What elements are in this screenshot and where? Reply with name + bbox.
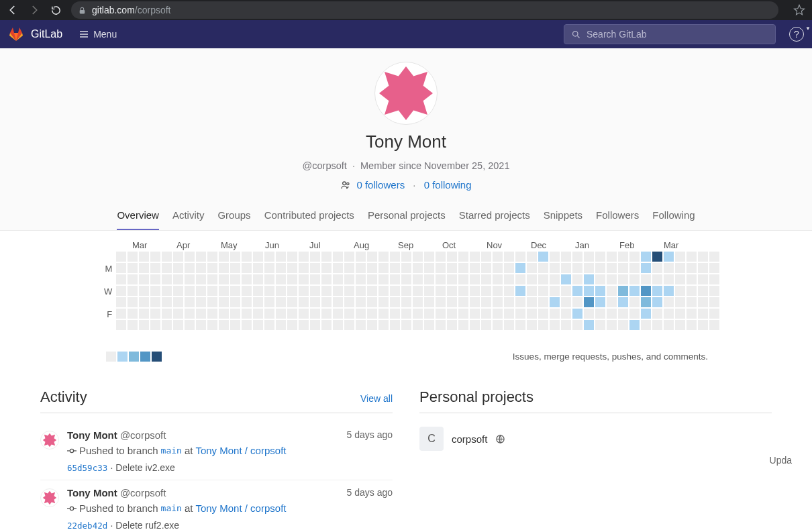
calendar-cell[interactable] (504, 309, 514, 319)
avatar[interactable] (374, 62, 438, 125)
calendar-cell[interactable] (333, 263, 343, 273)
calendar-cell[interactable] (687, 320, 697, 330)
calendar-cell[interactable] (310, 263, 320, 273)
calendar-cell[interactable] (607, 263, 617, 273)
calendar-cell[interactable] (378, 274, 389, 284)
calendar-cell[interactable] (401, 320, 411, 330)
calendar-cell[interactable] (709, 320, 719, 330)
calendar-cell[interactable] (698, 297, 708, 307)
calendar-cell[interactable] (150, 297, 160, 307)
calendar-cell[interactable] (139, 286, 149, 296)
calendar-cell[interactable] (401, 274, 411, 284)
calendar-cell[interactable] (527, 286, 537, 296)
calendar-cell[interactable] (527, 274, 537, 284)
calendar-cell[interactable] (481, 263, 491, 273)
calendar-cell[interactable] (173, 297, 183, 307)
calendar-cell[interactable] (242, 252, 252, 262)
calendar-cell[interactable] (333, 274, 343, 284)
calendar-cell[interactable] (664, 263, 674, 273)
calendar-cell[interactable] (572, 263, 582, 273)
calendar-cell[interactable] (390, 274, 400, 284)
calendar-cell[interactable] (493, 286, 503, 296)
calendar-cell[interactable] (196, 263, 206, 273)
calendar-cell[interactable] (219, 320, 229, 330)
calendar-cell[interactable] (242, 263, 252, 273)
calendar-cell[interactable] (299, 297, 309, 307)
calendar-cell[interactable] (333, 309, 343, 319)
calendar-cell[interactable] (561, 252, 571, 262)
calendar-cell[interactable] (607, 297, 617, 307)
calendar-cell[interactable] (116, 263, 126, 273)
calendar-cell[interactable] (641, 286, 651, 296)
calendar-cell[interactable] (652, 263, 662, 273)
calendar-cell[interactable] (687, 252, 697, 262)
calendar-cell[interactable] (447, 252, 457, 262)
calendar-cell[interactable] (196, 252, 206, 262)
calendar-cell[interactable] (321, 274, 332, 284)
activity-author[interactable]: Tony Mont (67, 429, 117, 441)
calendar-cell[interactable] (162, 274, 172, 284)
calendar-cell[interactable] (424, 297, 434, 307)
calendar-cell[interactable] (321, 286, 332, 296)
calendar-cell[interactable] (150, 320, 160, 330)
calendar-cell[interactable] (401, 263, 411, 273)
calendar-cell[interactable] (481, 320, 491, 330)
calendar-cell[interactable] (128, 274, 138, 284)
calendar-cell[interactable] (458, 252, 468, 262)
calendar-cell[interactable] (139, 320, 149, 330)
calendar-cell[interactable] (629, 252, 640, 262)
calendar-cell[interactable] (378, 320, 389, 330)
calendar-cell[interactable] (664, 320, 674, 330)
calendar-cell[interactable] (481, 297, 491, 307)
calendar-cell[interactable] (458, 320, 468, 330)
tab-contributed-projects[interactable]: Contributed projects (264, 200, 354, 230)
calendar-cell[interactable] (116, 320, 126, 330)
calendar-cell[interactable] (504, 297, 514, 307)
calendar-cell[interactable] (504, 263, 514, 273)
calendar-cell[interactable] (675, 309, 685, 319)
calendar-cell[interactable] (333, 252, 343, 262)
calendar-cell[interactable] (424, 286, 434, 296)
calendar-cell[interactable] (709, 286, 719, 296)
calendar-cell[interactable] (310, 274, 320, 284)
calendar-cell[interactable] (310, 309, 320, 319)
calendar-cell[interactable] (538, 274, 548, 284)
calendar-cell[interactable] (116, 297, 126, 307)
avatar[interactable] (40, 488, 59, 507)
tab-snippets[interactable]: Snippets (544, 200, 582, 230)
calendar-cell[interactable] (698, 320, 708, 330)
calendar-cell[interactable] (595, 320, 605, 330)
calendar-cell[interactable] (595, 263, 605, 273)
calendar-cell[interactable] (253, 320, 263, 330)
calendar-cell[interactable] (618, 274, 628, 284)
calendar-cell[interactable] (299, 263, 309, 273)
project-link[interactable]: Tony Mont / corpsoft (195, 502, 286, 514)
calendar-cell[interactable] (436, 274, 446, 284)
calendar-cell[interactable] (344, 274, 354, 284)
calendar-cell[interactable] (470, 309, 480, 319)
calendar-cell[interactable] (253, 274, 263, 284)
calendar-cell[interactable] (264, 274, 274, 284)
calendar-cell[interactable] (470, 320, 480, 330)
calendar-cell[interactable] (242, 320, 252, 330)
calendar-cell[interactable] (687, 297, 697, 307)
calendar-cell[interactable] (310, 286, 320, 296)
calendar-cell[interactable] (253, 252, 263, 262)
calendar-cell[interactable] (584, 274, 594, 284)
calendar-cell[interactable] (561, 263, 571, 273)
calendar-cell[interactable] (207, 274, 217, 284)
calendar-cell[interactable] (698, 252, 708, 262)
calendar-cell[interactable] (664, 252, 674, 262)
calendar-cell[interactable] (344, 252, 354, 262)
calendar-cell[interactable] (675, 286, 685, 296)
calendar-cell[interactable] (424, 252, 434, 262)
calendar-cell[interactable] (196, 309, 206, 319)
calendar-cell[interactable] (401, 286, 411, 296)
calendar-cell[interactable] (333, 297, 343, 307)
calendar-cell[interactable] (561, 274, 571, 284)
calendar-cell[interactable] (629, 297, 640, 307)
calendar-cell[interactable] (493, 297, 503, 307)
calendar-cell[interactable] (436, 286, 446, 296)
calendar-cell[interactable] (413, 320, 423, 330)
calendar-cell[interactable] (150, 286, 160, 296)
